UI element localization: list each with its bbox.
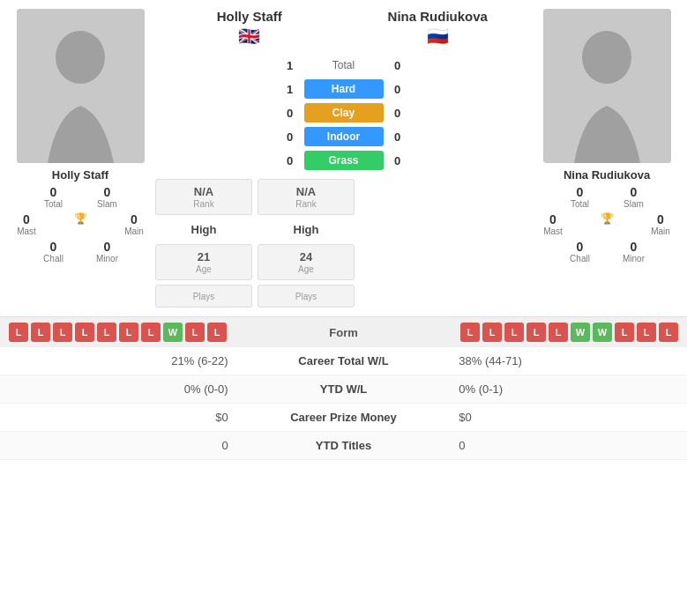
right-form-badge: W	[593, 323, 612, 342]
right-form-badge: L	[549, 323, 568, 342]
right-form-badge: W	[571, 323, 590, 342]
right-rank-panel: N/A Rank	[258, 179, 355, 215]
svg-point-3	[582, 31, 631, 84]
left-total-score: 1	[280, 59, 301, 72]
right-stats-row1: 0 Total 0 Slam	[532, 185, 682, 209]
stat-right-value: 0% (0-1)	[446, 375, 687, 404]
table-row: 0% (0-0) YTD W/L 0% (0-1)	[0, 375, 687, 404]
left-stats-row1: 0 Total 0 Slam	[5, 185, 155, 209]
right-stat-slam: 0 Slam	[614, 185, 653, 209]
right-flag: 🇷🇺	[427, 26, 449, 47]
stat-left-value: 0% (0-0)	[0, 375, 241, 404]
left-stat-slam: 0 Slam	[87, 185, 127, 209]
left-hard-score: 1	[280, 83, 301, 96]
right-form-badge: L	[637, 323, 656, 342]
stat-left-value: $0	[0, 404, 241, 432]
score-row-hard: 1 Hard 0	[155, 79, 532, 99]
right-grass-score: 0	[387, 154, 408, 167]
right-stat-main: 0 Main	[641, 212, 681, 236]
right-plays-label: Plays	[265, 292, 347, 301]
right-total-score: 0	[387, 59, 408, 72]
lower-panels: N/A Rank High 21 Age Plays N/A	[155, 179, 532, 308]
left-grass-score: 0	[280, 154, 301, 167]
stat-right-value: 38% (44-71)	[446, 347, 687, 375]
left-stat-chall: 0 Chall	[34, 240, 73, 263]
stat-left-value: 0	[0, 432, 241, 460]
left-player-photo	[17, 9, 145, 163]
left-flag: 🇬🇧	[238, 26, 260, 47]
right-clay-score: 0	[387, 107, 408, 120]
right-header-name: Nina Rudiukova	[388, 9, 488, 24]
right-player-silhouette	[543, 9, 671, 163]
svg-point-1	[56, 31, 105, 84]
right-rank-value: N/A	[265, 185, 347, 198]
right-form-badge: L	[460, 323, 480, 342]
stat-left-value: 21% (6-22)	[0, 347, 241, 375]
left-form-badge: L	[185, 323, 205, 342]
stat-right-value: 0	[446, 432, 687, 460]
left-form-badge: L	[53, 323, 72, 342]
scores-section: 1 Total 0 1 Hard 0 0 Clay 0 0	[155, 56, 532, 170]
left-player-name: Holly Staff	[52, 168, 108, 182]
score-row-clay: 0 Clay 0	[155, 103, 532, 122]
right-info-panels: N/A Rank High 24 Age Plays	[258, 179, 355, 308]
main-container: Holly Staff 0 Total 0 Slam 0 Mast 🏆	[0, 0, 687, 460]
stats-table: 21% (6-22) Career Total W/L 38% (44-71) …	[0, 347, 687, 460]
stat-right-value: $0	[446, 404, 687, 432]
right-trophy-icon: 🏆	[587, 212, 627, 236]
left-info-panels: N/A Rank High 21 Age Plays	[155, 179, 252, 308]
left-stat-mast: 0 Mast	[7, 212, 47, 236]
left-form-badge: L	[9, 323, 28, 342]
left-rank-panel: N/A Rank	[155, 179, 252, 215]
left-age-panel: 21 Age	[155, 244, 252, 280]
top-section: Holly Staff 0 Total 0 Slam 0 Mast 🏆	[0, 0, 687, 308]
right-high-text: High	[258, 219, 355, 240]
score-row-grass: 0 Grass 0	[155, 151, 532, 170]
left-form-badge: L	[97, 323, 116, 342]
right-stat-minor: 0 Minor	[614, 240, 653, 263]
left-trophy-icon: 🏆	[61, 212, 101, 236]
left-plays-label: Plays	[163, 292, 244, 301]
right-form-badge: L	[659, 323, 678, 342]
left-form-badges: LLLLLLLWLL	[9, 323, 227, 342]
left-stats-row3: 0 Chall 0 Minor	[5, 240, 155, 263]
indoor-label: Indoor	[304, 127, 384, 146]
stat-center-label: Career Prize Money	[241, 404, 447, 432]
stat-center-label: YTD W/L	[241, 375, 447, 404]
right-age-value: 24	[265, 250, 347, 263]
table-row: $0 Career Prize Money $0	[0, 404, 687, 432]
right-stats-row2: 0 Mast 🏆 0 Main	[532, 212, 682, 236]
left-high-text: High	[155, 219, 252, 240]
left-header-name: Holly Staff	[217, 9, 282, 24]
stat-center-label: Career Total W/L	[241, 347, 447, 375]
left-stat-main: 0 Main	[115, 212, 154, 236]
right-form-badge: L	[526, 323, 546, 342]
left-plays-panel: Plays	[155, 285, 252, 308]
center-area: Holly Staff 🇬🇧 Nina Rudiukova 🇷🇺 1 Total…	[155, 9, 532, 308]
right-stats-row3: 0 Chall 0 Minor	[532, 240, 682, 263]
total-label: Total	[304, 56, 384, 75]
left-player-card: Holly Staff 0 Total 0 Slam 0 Mast 🏆	[5, 9, 155, 263]
right-stat-chall: 0 Chall	[560, 240, 600, 263]
right-form-badges: LLLLLWWLLL	[460, 323, 678, 342]
left-player-silhouette	[17, 9, 145, 163]
left-form-badge: L	[119, 323, 138, 342]
right-form-badge: L	[482, 323, 502, 342]
stat-center-label: YTD Titles	[241, 432, 447, 460]
left-indoor-score: 0	[280, 130, 301, 144]
right-age-panel: 24 Age	[258, 244, 355, 280]
table-row: 21% (6-22) Career Total W/L 38% (44-71)	[0, 347, 687, 375]
left-age-label: Age	[163, 264, 244, 274]
right-hard-score: 0	[387, 83, 408, 96]
left-clay-score: 0	[280, 107, 301, 120]
left-stat-minor: 0 Minor	[87, 240, 127, 263]
right-player-photo	[543, 9, 671, 163]
score-row-indoor: 0 Indoor 0	[155, 127, 532, 146]
left-name-block: Holly Staff 🇬🇧	[155, 9, 344, 47]
table-row: 0 YTD Titles 0	[0, 432, 687, 460]
right-player-card: Nina Rudiukova 0 Total 0 Slam 0 Mast 🏆	[532, 9, 682, 263]
form-section: LLLLLLLWLL Form LLLLLWWLLL	[0, 316, 687, 347]
left-rank-label: Rank	[163, 199, 244, 209]
right-form-badge: L	[615, 323, 634, 342]
grass-label: Grass	[304, 151, 384, 170]
